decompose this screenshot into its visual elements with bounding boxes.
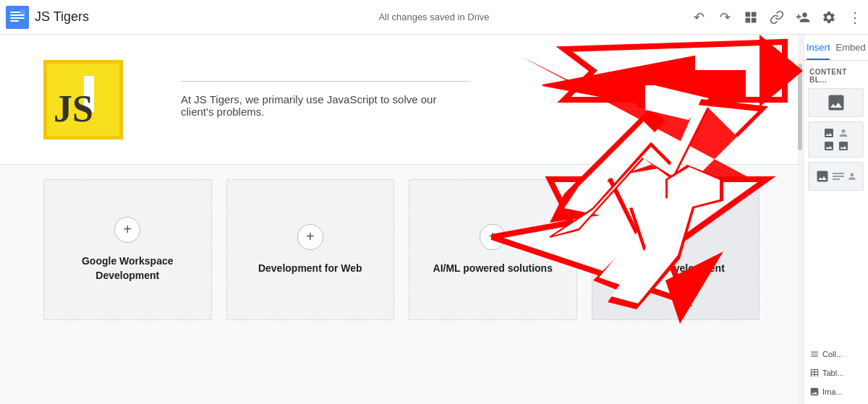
layout-icon[interactable] [744,10,758,25]
topbar: JS Tigers All changes saved in Drive ↶ ↷… [0,0,868,35]
sidebar-item-image-grid[interactable] [808,121,864,158]
content-area: JS At JS Tigers, we primarily use JavaSc… [0,35,803,404]
sidebar-bottom: Coll... Tabl... Ima... [804,342,868,404]
svg-rect-6 [746,12,751,17]
redo-icon[interactable]: ↷ [718,10,732,25]
right-sidebar: Insert Embed CONTENT BL... [803,35,868,404]
svg-rect-8 [746,17,751,22]
sidebar-item-image-grid-row1 [823,127,849,139]
card-2[interactable]: + Development for Web [226,179,395,320]
svg-rect-3 [10,17,25,19]
coll-label: Coll... [822,350,843,358]
card-4[interactable]: + Mobile Development [592,179,760,320]
card-2-label: Development for Web [251,262,370,276]
card-4-label: Mobile Development [619,262,732,276]
card-4-plus[interactable]: + [663,224,689,250]
image-grid-icon-3 [838,140,849,152]
sidebar-item-image-grid-row2 [823,140,849,152]
sidebar-item-image-single[interactable] [808,88,864,117]
svg-text:JS: JS [54,88,93,129]
card-1[interactable]: + Google Workspace Development [43,179,212,320]
undo-icon[interactable]: ↶ [692,10,706,25]
tab-insert[interactable]: Insert [804,35,833,60]
image-text-lines [833,173,844,180]
hero-tagline: At JS Tigers, we primarily use JavaScrip… [181,93,436,118]
card-1-plus[interactable]: + [114,217,140,243]
ima-label: Ima... [822,387,843,396]
image-text-person-icon [847,171,857,181]
scrollbar[interactable] [798,35,802,404]
svg-rect-5 [20,9,26,14]
person-icon [838,127,849,139]
sidebar-bottom-item-ima[interactable]: Ima... [808,384,864,400]
card-1-label: Google Workspace Development [44,254,211,283]
person-add-icon[interactable] [796,10,810,25]
image-grid-icon-2 [823,140,835,152]
card-3-label: AI/ML powered solutions [426,262,560,276]
link-icon[interactable] [770,10,784,25]
hero-text: At JS Tigers, we primarily use JavaScrip… [181,81,470,118]
topbar-left: JS Tigers [6,6,89,29]
svg-rect-4 [10,20,19,22]
tabl-label: Tabl... [822,369,843,377]
scrollbar-thumb[interactable] [798,64,802,150]
tab-embed[interactable]: Embed [833,35,868,60]
sidebar-bottom-item-tabl[interactable]: Tabl... [808,365,864,381]
coll-icon [809,349,820,359]
more-menu-icon[interactable]: ⋮ [848,9,862,26]
ima-icon [809,387,820,397]
card-2-plus[interactable]: + [297,224,323,250]
cards-section: + Google Workspace Development + Develop… [0,165,803,404]
doc-title: JS Tigers [35,9,89,25]
main-layout: JS At JS Tigers, we primarily use JavaSc… [0,35,868,404]
card-3[interactable]: + AI/ML powered solutions [409,179,577,320]
svg-rect-9 [752,17,757,22]
save-status: All changes saved in Drive [378,12,489,22]
sidebar-section-label: CONTENT BL... [804,61,868,88]
doc-icon [6,6,29,29]
svg-rect-2 [10,14,25,16]
svg-rect-7 [752,12,757,17]
svg-rect-1 [10,12,20,13]
settings-icon[interactable] [822,10,836,25]
sidebar-bottom-item-coll[interactable]: Coll... [808,346,864,362]
image-icon [826,93,846,113]
cards-grid: + Google Workspace Development + Develop… [43,179,760,320]
image-text-icon [815,169,830,184]
hero-section: JS At JS Tigers, we primarily use JavaSc… [0,35,803,165]
sidebar-item-image-text[interactable] [808,162,864,191]
sidebar-items [804,88,868,192]
sidebar-tabs: Insert Embed [804,35,868,61]
image-grid-icon-1 [823,127,835,139]
topbar-actions: ↶ ↷ ⋮ [692,9,862,26]
tabl-icon [809,368,820,378]
card-3-plus[interactable]: + [480,224,506,250]
js-logo: JS [43,60,123,139]
